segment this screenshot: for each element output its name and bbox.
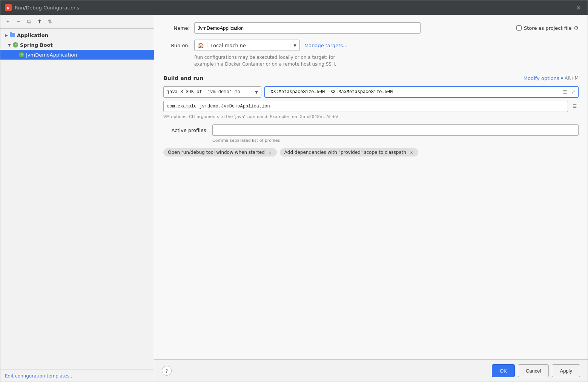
config-icon-jvmdemo: 🍃 [18, 52, 25, 58]
run-on-value: Local machine [207, 43, 290, 48]
help-button[interactable]: ? [162, 366, 172, 376]
main-content: Name: Store as project file ⚙ Run on: 🏠 … [154, 15, 588, 359]
vm-options-icons: ☰ ⤢ [561, 88, 577, 96]
sidebar: + − ⧉ ⬆ ⇅ ▶ Application ▼ [0, 15, 154, 382]
sidebar-footer: Edit configuration templates... [0, 370, 154, 382]
vm-options-edit-icon[interactable]: ☰ [561, 88, 569, 96]
name-input[interactable] [194, 22, 421, 34]
sidebar-item-application[interactable]: ▶ Application [0, 30, 154, 40]
vm-hint-text: VM options. CLI arguments to the 'Java' … [163, 114, 579, 119]
dialog-title: Run/Debug Configurations [15, 5, 79, 11]
run-on-label: Run on: [163, 43, 190, 48]
java-sdk-value: java 8 SDK of 'jvm-demo' mo [164, 89, 252, 95]
active-profiles-input[interactable] [212, 124, 579, 136]
main-panel: Name: Store as project file ⚙ Run on: 🏠 … [154, 15, 588, 382]
tag-open-run-debug-label: Open run/debug tool window when started [168, 150, 265, 155]
tag-open-run-debug: Open run/debug tool window when started … [163, 148, 277, 156]
run-on-home-icon: 🏠 [195, 42, 207, 48]
sidebar-toolbar: + − ⧉ ⬆ ⇅ [0, 15, 154, 29]
run-on-chevron-icon: ▼ [290, 43, 299, 48]
footer-left: ? [162, 366, 172, 376]
vm-options-input[interactable] [264, 86, 579, 98]
build-row: java 8 SDK of 'jvm-demo' mo ▼ ☰ ⤢ [163, 86, 579, 98]
tag-add-dependencies: Add dependencies with "provided" scope t… [280, 148, 418, 156]
folder-icon-application [9, 32, 15, 38]
title-bar-left: ▶ Run/Debug Configurations [5, 4, 79, 11]
sidebar-label-application: Application [17, 32, 48, 38]
main-class-row: ☰ [163, 101, 579, 112]
run-debug-dialog: ▶ Run/Debug Configurations × + − ⧉ ⬆ ⇅ ▶ [0, 0, 588, 382]
build-run-section-header: Build and run Modify options ▾ Alt+M [163, 75, 579, 81]
dialog-footer: ? OK Cancel Apply [154, 359, 588, 382]
manage-targets-link[interactable]: Manage targets... [304, 43, 347, 48]
tags-row: Open run/debug tool window when started … [163, 148, 579, 156]
tag-open-run-debug-close[interactable]: × [267, 149, 273, 155]
active-profiles-row: Active profiles: [163, 124, 579, 136]
expand-icon-application: ▶ [3, 32, 9, 38]
store-project-section: Store as project file ⚙ [516, 25, 579, 31]
name-label: Name: [163, 25, 190, 31]
move-config-button[interactable]: ⬆ [35, 17, 44, 26]
run-on-row: Run on: 🏠 Local machine ▼ Manage targets… [163, 40, 579, 51]
edit-templates-link[interactable]: Edit configuration templates... [5, 373, 74, 379]
remove-config-button[interactable]: − [14, 17, 23, 26]
run-on-select[interactable]: 🏠 Local machine ▼ [194, 40, 300, 51]
modify-options-button[interactable]: Modify options ▾ Alt+M [524, 75, 579, 81]
store-project-label: Store as project file [524, 25, 571, 31]
java-sdk-chevron-icon: ▼ [252, 90, 261, 94]
name-left: Name: [163, 22, 516, 34]
modify-options-chevron-icon: ▾ [561, 75, 563, 81]
add-config-button[interactable]: + [3, 17, 12, 26]
modify-options-label: Modify options [524, 75, 559, 81]
spring-icon: 🍃 [12, 42, 18, 48]
apply-button[interactable]: Apply [552, 364, 580, 377]
sidebar-item-spring-boot[interactable]: ▼ 🍃 Spring Boot [0, 40, 154, 50]
active-profiles-label: Active profiles: [163, 127, 208, 133]
expand-icon-spring-boot: ▼ [6, 42, 12, 48]
active-profiles-hint: Comma separated list of profiles [212, 138, 579, 143]
footer-right: OK Cancel Apply [492, 364, 580, 377]
close-button[interactable]: × [574, 3, 583, 12]
modify-options-shortcut: Alt+M [565, 75, 579, 81]
tag-add-dependencies-label: Add dependencies with "provided" scope t… [284, 150, 406, 155]
gear-icon[interactable]: ⚙ [574, 25, 579, 31]
sidebar-label-spring-boot: Spring Boot [20, 42, 53, 48]
title-bar: ▶ Run/Debug Configurations × [0, 0, 588, 15]
run-on-description: Run configurations may be executed local… [194, 54, 579, 68]
vm-options-expand-icon[interactable]: ⤢ [570, 88, 577, 96]
ok-button[interactable]: OK [492, 364, 515, 377]
expand-icon-jvmdemo [12, 52, 18, 58]
tag-add-dependencies-close[interactable]: × [408, 149, 415, 155]
sidebar-item-jvmdemo[interactable]: 🍃 JvmDemoApplication [0, 50, 154, 60]
java-sdk-select[interactable]: java 8 SDK of 'jvm-demo' mo ▼ [163, 86, 261, 98]
dialog-body: + − ⧉ ⬆ ⇅ ▶ Application ▼ [0, 15, 588, 382]
build-run-title: Build and run [163, 75, 203, 81]
main-class-input[interactable] [163, 101, 568, 112]
app-icon: ▶ [5, 4, 12, 11]
name-row: Name: Store as project file ⚙ [163, 22, 579, 34]
cancel-button[interactable]: Cancel [518, 364, 549, 377]
store-project-checkbox[interactable] [516, 25, 522, 31]
sidebar-label-jvmdemo: JvmDemoApplication [26, 52, 77, 58]
copy-config-button[interactable]: ⧉ [25, 17, 34, 26]
vm-options-wrap: ☰ ⤢ [264, 86, 579, 98]
main-class-edit-icon[interactable]: ☰ [571, 103, 579, 110]
sidebar-tree: ▶ Application ▼ 🍃 Spring Boot [0, 29, 154, 370]
sort-config-button[interactable]: ⇅ [46, 17, 55, 26]
